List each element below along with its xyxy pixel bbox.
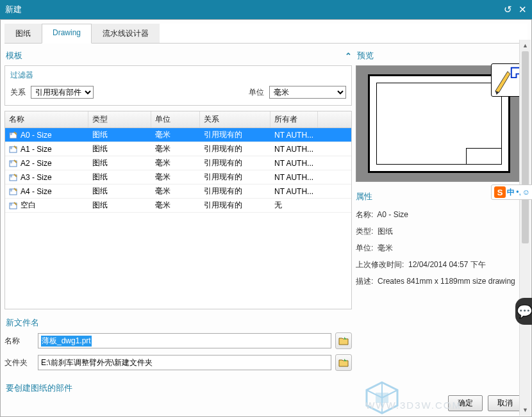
cell-unit: 毫米 — [151, 170, 200, 184]
table-row[interactable]: A2 - Size图纸毫米引用现有的NT AUTH... — [5, 156, 351, 170]
vertical-scrollbar[interactable]: ▲ ▼ — [519, 40, 531, 416]
filename-input[interactable]: 薄板_dwg1.prt — [38, 333, 331, 348]
cell-unit: 毫米 — [151, 199, 200, 212]
tab-drawing[interactable]: Drawing — [42, 24, 92, 44]
cell-type: 图纸 — [88, 199, 151, 212]
cell-relation: 引用现有的 — [200, 142, 270, 156]
prop-type-value: 图纸 — [378, 227, 393, 236]
table-row[interactable]: A3 - Size图纸毫米引用现有的NT AUTH... — [5, 170, 351, 184]
table-body: A0 - Size图纸毫米引用现有的NT AUTH...A1 - Size图纸毫… — [5, 128, 351, 213]
filter-panel: 过滤器 关系 引用现有部件 单位 毫米 — [4, 65, 352, 106]
relation-label: 关系 — [10, 87, 26, 98]
prop-desc-value: Creates 841mm x 1189mm size drawing — [378, 277, 515, 286]
cell-owner: 无 — [270, 199, 318, 212]
newfile-title: 新文件名 — [6, 317, 39, 329]
preview-thumbnail — [356, 65, 522, 182]
ime-punct-icon: •, — [516, 188, 521, 197]
ime-s-icon: S — [494, 186, 506, 198]
cell-name: A1 - Size — [21, 145, 52, 154]
dialog-content: 图纸 Drawing 流水线设计器 模板 ⌃ 过滤器 关系 引用现有部件 单位 … — [0, 19, 532, 417]
cell-relation: 引用现有的 — [200, 170, 270, 184]
cell-relation: 引用现有的 — [200, 128, 270, 142]
cell-type: 图纸 — [88, 142, 151, 156]
cancel-button[interactable]: 取消 — [488, 395, 522, 411]
scroll-up-icon[interactable]: ▲ — [520, 40, 531, 51]
prop-type-label: 类型: — [356, 225, 373, 237]
prop-name-label: 名称: — [356, 209, 373, 220]
collapse-templates-icon[interactable]: ⌃ — [345, 51, 352, 61]
refresh-icon[interactable]: ↺ — [504, 4, 512, 15]
parts-title: 要创建图纸的部件 — [6, 382, 72, 394]
drawing-file-icon — [9, 174, 18, 181]
cell-name: A0 - Size — [21, 131, 52, 140]
folder-label: 文件夹 — [4, 357, 34, 368]
folder-input[interactable] — [38, 355, 331, 370]
cell-owner: NT AUTH... — [270, 129, 318, 141]
window-title: 新建 — [5, 4, 22, 15]
col-name[interactable]: 名称 — [5, 111, 88, 127]
cell-unit: 毫米 — [151, 128, 200, 142]
prop-desc-label: 描述: — [356, 275, 373, 287]
ime-indicator[interactable]: S 中 •, ☺ — [491, 184, 532, 200]
table-row[interactable]: 空白图纸毫米引用现有的无 — [5, 199, 351, 213]
drawing-file-icon — [9, 131, 18, 139]
chat-icon: 💬 — [517, 304, 533, 319]
unit-select[interactable]: 毫米 — [269, 86, 346, 99]
cell-type: 图纸 — [88, 128, 151, 142]
cell-relation: 引用现有的 — [200, 199, 270, 212]
col-relation[interactable]: 关系 — [200, 111, 270, 127]
cell-name: 空白 — [21, 200, 36, 211]
close-icon[interactable]: ✕ — [519, 4, 527, 15]
prop-modified-label: 上次修改时间: — [356, 259, 404, 270]
tab-pipeline[interactable]: 流水线设计器 — [92, 24, 160, 43]
help-bubble[interactable]: 💬 — [515, 298, 532, 325]
template-table: 名称 类型 单位 关系 所有者 A0 - Size图纸毫米引用现有的NT AUT… — [4, 111, 352, 309]
cell-owner: NT AUTH... — [270, 143, 318, 155]
drawing-file-icon — [9, 202, 18, 209]
table-row[interactable]: A1 - Size图纸毫米引用现有的NT AUTH... — [5, 142, 351, 156]
drawing-file-icon — [9, 159, 18, 167]
cell-type: 图纸 — [88, 170, 151, 184]
scroll-down-icon[interactable]: ▼ — [520, 404, 531, 416]
cell-type: 图纸 — [88, 184, 151, 198]
cell-relation: 引用现有的 — [200, 156, 270, 170]
browse-name-button[interactable] — [335, 332, 352, 349]
table-row[interactable]: A0 - Size图纸毫米引用现有的NT AUTH... — [5, 128, 351, 142]
cell-name: A2 - Size — [21, 159, 52, 168]
cell-owner: NT AUTH... — [270, 172, 318, 183]
properties-panel: 属性 名称: A0 - Size 类型: 图纸 单位: 毫米 上次修改时间: 1… — [356, 191, 528, 287]
cell-owner: NT AUTH... — [270, 158, 318, 169]
filename-label: 名称 — [4, 336, 34, 347]
col-type[interactable]: 类型 — [88, 111, 151, 127]
ime-smiley-icon: ☺ — [522, 188, 530, 197]
cell-owner: NT AUTH... — [270, 186, 318, 197]
col-owner[interactable]: 所有者 — [270, 111, 318, 127]
prop-modified-value: 12/04/2014 04:57 下午 — [408, 260, 486, 269]
cell-unit: 毫米 — [151, 184, 200, 198]
browse-folder-button[interactable] — [335, 354, 352, 371]
drawing-file-icon — [9, 188, 18, 195]
ok-button[interactable]: 确定 — [448, 395, 483, 411]
cell-type: 图纸 — [88, 156, 151, 170]
prop-unit-label: 单位: — [356, 242, 373, 254]
cell-unit: 毫米 — [151, 142, 200, 156]
preview-label: 预览 — [357, 50, 374, 61]
titlebar: 新建 ↺ ✕ — [0, 0, 532, 19]
drawing-file-icon — [9, 145, 18, 153]
cell-unit: 毫米 — [151, 156, 200, 170]
relation-select[interactable]: 引用现有部件 — [31, 86, 94, 99]
table-header: 名称 类型 单位 关系 所有者 — [5, 111, 351, 128]
cell-name: A4 - Size — [21, 187, 52, 196]
cell-name: A3 - Size — [21, 173, 52, 182]
table-row[interactable]: A4 - Size图纸毫米引用现有的NT AUTH... — [5, 184, 351, 199]
prop-unit-value: 毫米 — [378, 243, 393, 252]
tab-drawings-cn[interactable]: 图纸 — [4, 24, 42, 43]
unit-label: 单位 — [249, 87, 264, 98]
scroll-thumb[interactable] — [522, 51, 529, 243]
tab-bar: 图纸 Drawing 流水线设计器 — [4, 24, 528, 44]
col-unit[interactable]: 单位 — [151, 111, 200, 127]
prop-name-value: A0 - Size — [377, 210, 408, 219]
templates-label: 模板 — [6, 50, 22, 61]
filter-title: 过滤器 — [10, 70, 346, 81]
ime-zh-label: 中 — [507, 187, 515, 198]
